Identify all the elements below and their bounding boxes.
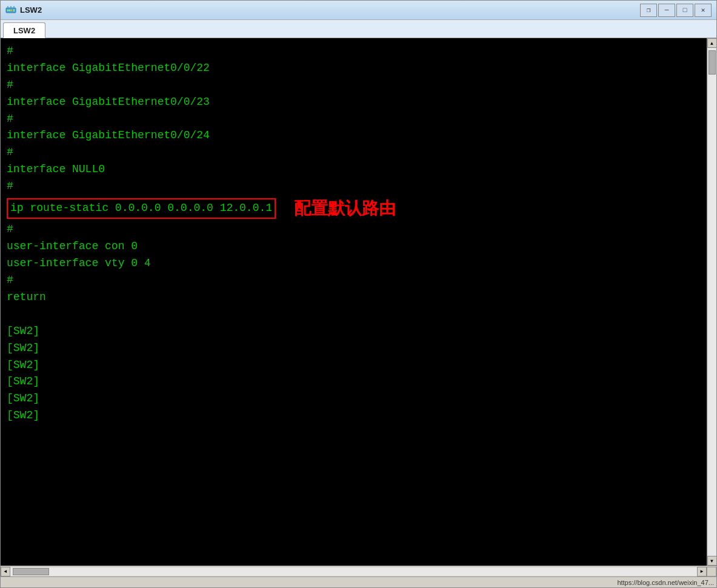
scroll-track-h[interactable] <box>10 567 697 576</box>
line-return: return <box>7 289 701 306</box>
close-button[interactable]: ✕ <box>695 4 712 17</box>
tab-lsw2[interactable]: LSW2 <box>3 22 45 38</box>
line-ge23: interface GigabitEthernet0/0/23 <box>7 94 701 111</box>
line-prompt-5: [SW2] <box>7 390 701 407</box>
line-route-wrapper: ip route-static 0.0.0.0 0.0.0.0 12.0.0.1… <box>7 195 701 221</box>
line-user-vty: user-interface vty 0 4 <box>7 255 701 272</box>
restore-button[interactable]: ❐ <box>640 4 657 17</box>
line-prompt-3: [SW2] <box>7 357 701 374</box>
status-bar: https://blog.csdn.net/weixin_47... <box>1 576 716 587</box>
line-route-static: ip route-static 0.0.0.0 0.0.0.0 12.0.0.1 <box>7 198 276 219</box>
line-hash-7: # <box>7 272 701 289</box>
scroll-thumb-h[interactable] <box>13 568 49 575</box>
terminal-content: # interface GigabitEthernet0/0/22 # inte… <box>7 43 701 561</box>
scroll-right-button[interactable]: ► <box>697 567 707 576</box>
tab-bar: LSW2 <box>1 20 716 38</box>
svg-point-1 <box>7 9 9 11</box>
scroll-thumb-v[interactable] <box>709 50 716 75</box>
scroll-up-button[interactable]: ▲ <box>707 38 717 48</box>
maximize-button[interactable]: □ <box>676 4 693 17</box>
window-title: LSW2 <box>20 5 42 15</box>
line-null0: interface NULL0 <box>7 161 701 178</box>
line-prompt-4: [SW2] <box>7 373 701 390</box>
scroll-track-v[interactable] <box>708 48 716 556</box>
corner-box <box>707 567 716 576</box>
title-bar-left: LSW2 <box>5 5 42 16</box>
line-ge22: interface GigabitEthernet0/0/22 <box>7 60 701 77</box>
line-prompt-6: [SW2] <box>7 407 701 424</box>
line-ge24: interface GigabitEthernet0/0/24 <box>7 127 701 144</box>
line-hash-2: # <box>7 77 701 94</box>
svg-point-3 <box>11 9 13 11</box>
line-user-con: user-interface con 0 <box>7 238 701 255</box>
scroll-down-button[interactable]: ▼ <box>707 556 717 566</box>
bottom-bar: ◄ ► <box>1 566 716 576</box>
line-hash-3: # <box>7 111 701 128</box>
minimize-button[interactable]: ─ <box>658 4 675 17</box>
content-area: # interface GigabitEthernet0/0/22 # inte… <box>1 38 716 566</box>
annotation-text: 配置默认路由 <box>294 195 396 221</box>
line-hash-4: # <box>7 144 701 161</box>
line-prompt-1: [SW2] <box>7 323 701 340</box>
line-hash-6: # <box>7 221 701 238</box>
terminal[interactable]: # interface GigabitEthernet0/0/22 # inte… <box>1 38 707 566</box>
svg-rect-4 <box>13 9 15 12</box>
vertical-scrollbar[interactable]: ▲ ▼ <box>707 38 716 566</box>
line-hash-5: # <box>7 178 701 195</box>
app-icon <box>5 5 16 16</box>
main-window: LSW2 ❐ ─ □ ✕ LSW2 # interface GigabitEth… <box>0 0 717 588</box>
scroll-left-button[interactable]: ◄ <box>1 567 10 576</box>
svg-point-2 <box>9 9 11 11</box>
title-bar-buttons: ❐ ─ □ ✕ <box>640 4 712 17</box>
line-blank <box>7 306 701 323</box>
line-hash-1: # <box>7 43 701 60</box>
line-prompt-2: [SW2] <box>7 340 701 357</box>
title-bar: LSW2 ❐ ─ □ ✕ <box>1 1 716 20</box>
status-url: https://blog.csdn.net/weixin_47... <box>617 579 714 586</box>
